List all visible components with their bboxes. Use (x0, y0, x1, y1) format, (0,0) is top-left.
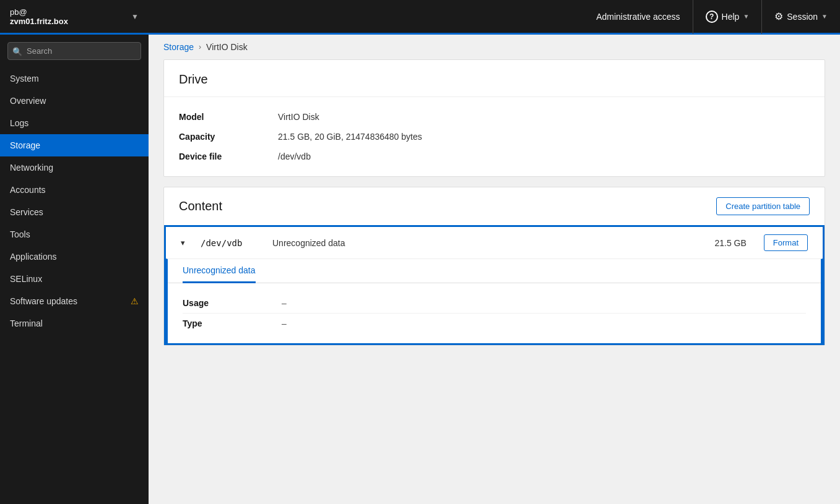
breadcrumb-current: VirtIO Disk (206, 42, 248, 52)
breadcrumb-separator-icon: › (199, 43, 201, 51)
sidebar-item-terminal[interactable]: Terminal (0, 312, 149, 335)
drive-field-value: 21.5 GB, 20 GiB, 21474836480 bytes (278, 127, 810, 147)
sidebar-item-label-storage: Storage (10, 140, 40, 150)
content-card-header: Content Create partition table (164, 187, 825, 225)
sidebar-item-selinux[interactable]: SELinux (0, 268, 149, 290)
drive-card: Drive ModelVirtIO DiskCapacity21.5 GB, 2… (163, 59, 825, 177)
main-layout: 🔍 SystemOverviewLogsStorageNetworkingAcc… (0, 35, 840, 504)
content-title: Content (179, 199, 222, 213)
sidebar-item-label-tools: Tools (10, 229, 30, 239)
sidebar-item-label-networking: Networking (10, 163, 53, 173)
sidebar-item-label-services: Services (10, 207, 43, 217)
breadcrumb-parent-link[interactable]: Storage (163, 42, 194, 52)
disk-row-header: ▾ /dev/vdb Unrecognized data 21.5 GB For… (166, 227, 823, 258)
tab-field-label: Usage (183, 293, 282, 314)
disk-device-name: /dev/vdb (201, 238, 262, 248)
help-button[interactable]: ? Help ▼ (693, 0, 762, 34)
sidebar-item-label-accounts: Accounts (10, 185, 46, 195)
sidebar-item-storage[interactable]: Storage (0, 134, 149, 156)
table-row: Device file/dev/vdb (179, 147, 810, 166)
disk-tab-panel: Unrecognized data Usage–Type– (166, 258, 823, 345)
sidebar-item-software-updates[interactable]: Software updates⚠ (0, 290, 149, 312)
session-label: Session (787, 12, 818, 22)
breadcrumb: Storage › VirtIO Disk (149, 35, 840, 59)
tab-field-label: Type (183, 314, 282, 334)
drive-field-label: Model (179, 107, 278, 127)
disk-expand-chevron-icon[interactable]: ▾ (181, 238, 191, 247)
tab-field-value: – (282, 293, 806, 314)
drive-field-label: Device file (179, 147, 278, 166)
tab-info-table: Usage–Type– (183, 293, 806, 333)
table-row: Capacity21.5 GB, 20 GiB, 21474836480 byt… (179, 127, 810, 147)
sidebar-item-overview[interactable]: Overview (0, 90, 149, 112)
sidebar-item-label-terminal: Terminal (10, 318, 43, 328)
sidebar-item-accounts[interactable]: Accounts (0, 179, 149, 201)
topbar-actions: Administrative access ? Help ▼ ⚙ Session… (584, 0, 840, 34)
sidebar-item-label-overview: Overview (10, 96, 46, 106)
drive-field-value: /dev/vdb (278, 147, 810, 166)
sidebar-item-tools[interactable]: Tools (0, 223, 149, 246)
help-chevron-icon: ▼ (743, 13, 749, 20)
sidebar-item-label-selinux: SELinux (10, 274, 42, 284)
session-button[interactable]: ⚙ Session ▼ (762, 0, 840, 34)
sidebar-nav: SystemOverviewLogsStorageNetworkingAccou… (0, 67, 149, 335)
sidebar-item-services[interactable]: Services (0, 201, 149, 223)
content-card: Content Create partition table ▾ /dev/vd… (163, 187, 825, 346)
drive-card-header: Drive (164, 60, 825, 97)
admin-access-label: Administrative access (596, 12, 680, 22)
session-chevron-icon: ▼ (821, 13, 828, 20)
hostname: zvm01.fritz.box (10, 17, 126, 26)
admin-access-button[interactable]: Administrative access (584, 0, 692, 34)
help-circle-icon: ? (706, 11, 718, 23)
sidebar-item-system[interactable]: System (0, 67, 149, 90)
drive-info-table: ModelVirtIO DiskCapacity21.5 GB, 20 GiB,… (179, 107, 810, 166)
table-row: Type– (183, 314, 806, 334)
table-row: Usage– (183, 293, 806, 314)
sidebar-item-applications[interactable]: Applications (0, 246, 149, 268)
sidebar-item-label-applications: Applications (10, 252, 57, 262)
disk-size: 21.5 GB (714, 238, 746, 248)
disk-row: ▾ /dev/vdb Unrecognized data 21.5 GB For… (164, 225, 825, 345)
format-button[interactable]: Format (764, 234, 808, 251)
drive-field-label: Capacity (179, 127, 278, 147)
topbar: pb@ zvm01.fritz.box ▼ Administrative acc… (0, 0, 840, 35)
sidebar-search-container: 🔍 (0, 35, 149, 67)
help-label: Help (722, 12, 740, 22)
content-area: Storage › VirtIO Disk Drive ModelVirtIO … (149, 35, 840, 504)
table-row: ModelVirtIO Disk (179, 107, 810, 127)
drive-card-body: ModelVirtIO DiskCapacity21.5 GB, 20 GiB,… (164, 97, 825, 176)
tab-content: Usage–Type– (168, 283, 821, 343)
brand-menu[interactable]: pb@ zvm01.fritz.box ▼ (0, 7, 149, 26)
sidebar-item-networking[interactable]: Networking (0, 156, 149, 179)
sidebar-item-label-logs: Logs (10, 118, 28, 128)
gear-icon: ⚙ (774, 11, 783, 22)
search-input[interactable] (7, 42, 141, 60)
tab-field-value: – (282, 314, 806, 334)
drive-title: Drive (179, 72, 810, 87)
username: pb@ (10, 7, 126, 17)
warning-icon: ⚠ (131, 296, 139, 306)
sidebar-item-label-software-updates: Software updates (10, 296, 77, 306)
search-icon: 🔍 (12, 46, 22, 56)
create-partition-button[interactable]: Create partition table (716, 197, 810, 215)
drive-field-value: VirtIO Disk (278, 107, 810, 127)
tab-unrecognized-data[interactable]: Unrecognized data (183, 259, 256, 283)
sidebar-item-label-system: System (10, 74, 39, 83)
brand-text: pb@ zvm01.fritz.box (10, 7, 126, 26)
disk-description: Unrecognized data (272, 238, 704, 248)
sidebar-item-logs[interactable]: Logs (0, 112, 149, 134)
brand-chevron-icon: ▼ (131, 12, 139, 21)
tab-nav: Unrecognized data (168, 259, 821, 283)
sidebar: 🔍 SystemOverviewLogsStorageNetworkingAcc… (0, 35, 149, 504)
